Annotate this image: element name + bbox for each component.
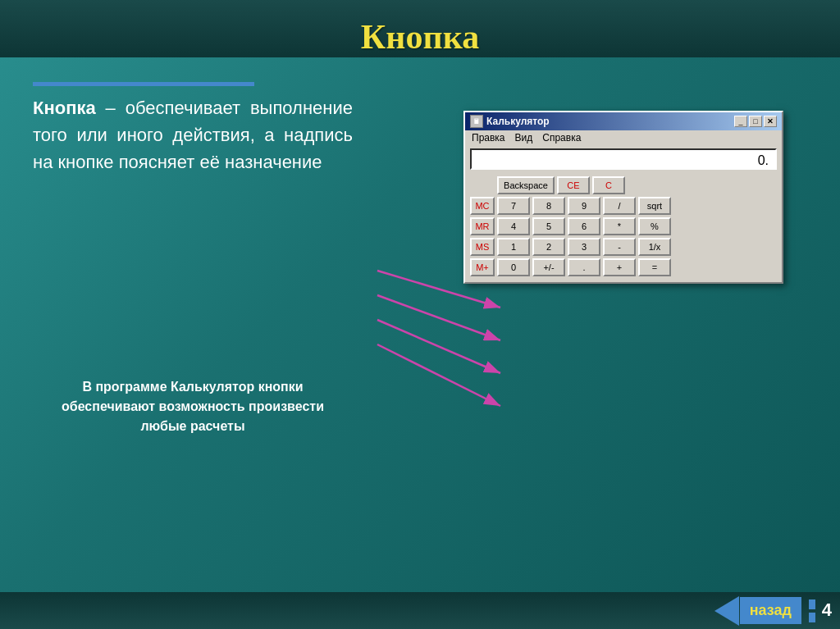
- main-text: Кнопка – обеспечивает выполнение того ил…: [33, 94, 353, 175]
- calc-btn-percent[interactable]: %: [638, 217, 671, 235]
- calc-btn-9[interactable]: 9: [568, 197, 600, 215]
- calc-title-text: Калькулятор: [486, 116, 550, 127]
- calc-row-5: M+ 0 +/- . + =: [470, 258, 777, 276]
- calc-btn-ms[interactable]: MS: [470, 238, 495, 256]
- back-arrow-icon: [714, 596, 739, 626]
- calc-btn-divide[interactable]: /: [603, 197, 636, 215]
- page-title: Кнопка: [0, 8, 840, 66]
- calc-titlebar-buttons: _ □ ✕: [734, 116, 777, 127]
- calc-btn-2[interactable]: 2: [532, 238, 565, 256]
- calc-btn-mr[interactable]: MR: [470, 217, 495, 235]
- calc-btn-decimal[interactable]: .: [568, 258, 600, 276]
- calc-btn-minus[interactable]: -: [603, 238, 636, 256]
- nav-divider: [809, 599, 815, 622]
- nav-line-1: [809, 599, 815, 609]
- calc-btn-sqrt[interactable]: sqrt: [638, 197, 671, 215]
- calc-display: 0.: [470, 148, 777, 170]
- calc-row-4: MS 1 2 3 - 1/x: [470, 238, 777, 256]
- bottom-bar: назад: [0, 592, 840, 629]
- calc-btn-equals[interactable]: =: [638, 258, 671, 276]
- accent-line: [33, 82, 254, 86]
- calc-btn-5[interactable]: 5: [532, 217, 565, 235]
- calculator-window: 🖩 Калькулятор _ □ ✕ Правка Вид Справка 0…: [463, 111, 783, 284]
- menu-spravka[interactable]: Справка: [542, 132, 581, 144]
- calc-btn-3[interactable]: 3: [568, 238, 600, 256]
- calc-btn-empty-1: [470, 176, 495, 194]
- calc-btn-multiply[interactable]: *: [603, 217, 636, 235]
- calc-titlebar: 🖩 Калькулятор _ □ ✕: [465, 112, 782, 130]
- calc-btn-4[interactable]: 4: [497, 217, 530, 235]
- calc-title-left: 🖩 Калькулятор: [470, 115, 550, 128]
- calc-btn-reciprocal[interactable]: 1/x: [638, 238, 671, 256]
- menu-pravka[interactable]: Правка: [472, 132, 505, 144]
- calc-btn-c[interactable]: C: [592, 176, 625, 194]
- svg-line-2: [377, 295, 500, 340]
- calc-btn-1[interactable]: 1: [497, 238, 530, 256]
- sub-text: В программе Калькулятор кнопки обеспечив…: [41, 377, 345, 436]
- calc-buttons: Backspace CE C MC 7 8 9 / sqrt MR 4 5 6 …: [465, 173, 782, 282]
- calc-btn-8[interactable]: 8: [532, 197, 565, 215]
- maximize-button[interactable]: □: [749, 116, 762, 127]
- minimize-button[interactable]: _: [734, 116, 747, 127]
- calc-btn-negate[interactable]: +/-: [532, 258, 565, 276]
- main-text-highlight: Кнопка: [33, 98, 96, 118]
- calc-row-1: Backspace CE C: [470, 176, 777, 194]
- menu-vid[interactable]: Вид: [515, 132, 533, 144]
- calc-menubar: Правка Вид Справка: [465, 130, 782, 145]
- close-button[interactable]: ✕: [764, 116, 777, 127]
- calc-btn-mc[interactable]: MC: [470, 197, 495, 215]
- nav-line-2: [809, 613, 815, 622]
- calc-app-icon: 🖩: [470, 115, 483, 128]
- calc-btn-plus[interactable]: +: [603, 258, 636, 276]
- calc-btn-ce[interactable]: CE: [557, 176, 590, 194]
- page-number: 4: [822, 599, 832, 621]
- calc-btn-7[interactable]: 7: [497, 197, 530, 215]
- calc-btn-mplus[interactable]: M+: [470, 258, 495, 276]
- calc-btn-0[interactable]: 0: [497, 258, 530, 276]
- calc-row-3: MR 4 5 6 * %: [470, 217, 777, 235]
- calc-btn-6[interactable]: 6: [568, 217, 600, 235]
- back-label: назад: [740, 597, 801, 624]
- nav-back-button[interactable]: назад: [714, 596, 815, 626]
- svg-line-4: [377, 344, 500, 406]
- calc-row-2: MC 7 8 9 / sqrt: [470, 197, 777, 215]
- svg-line-3: [377, 320, 500, 373]
- calc-btn-backspace[interactable]: Backspace: [497, 176, 555, 194]
- sub-text-content: В программе Калькулятор кнопки обеспечив…: [62, 380, 324, 433]
